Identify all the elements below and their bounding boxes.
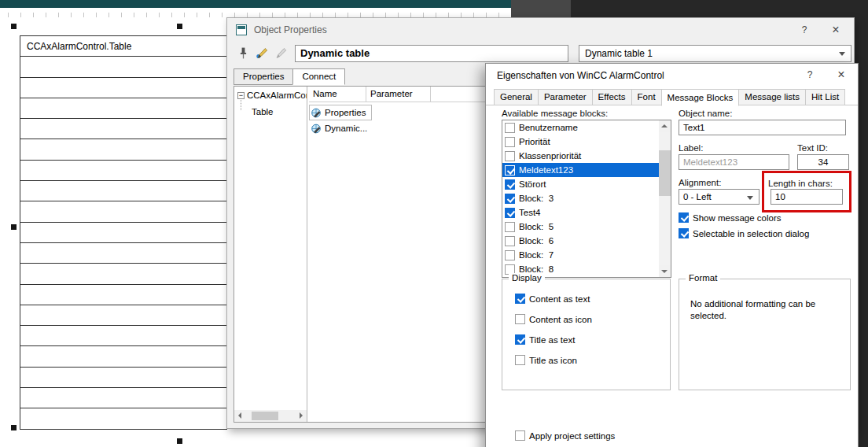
scroll-right-button[interactable] bbox=[295, 410, 307, 422]
object-name-field[interactable]: Text1 bbox=[679, 120, 846, 135]
list-item-properties[interactable]: Properties bbox=[309, 105, 372, 120]
table-row bbox=[20, 368, 227, 388]
selection-handle-top-left[interactable] bbox=[11, 24, 17, 29]
alignment-value: 0 - Left bbox=[683, 192, 712, 201]
tab-message-blocks[interactable]: Message Blocks bbox=[661, 89, 740, 106]
window-icon bbox=[236, 24, 247, 35]
table-title: CCAxAlarmControl.Table bbox=[27, 41, 131, 52]
message-block-label: Block: 5 bbox=[519, 222, 554, 231]
message-block-row[interactable]: Meldetext123 bbox=[502, 163, 659, 177]
checkbox[interactable] bbox=[505, 179, 515, 190]
scroll-up-button[interactable] bbox=[659, 120, 671, 132]
scrollbar-thumb[interactable] bbox=[659, 150, 671, 196]
vertical-scrollbar[interactable] bbox=[659, 120, 671, 277]
dynamize-pencil-icon[interactable] bbox=[256, 46, 269, 60]
selection-handle-middle-left[interactable] bbox=[11, 224, 17, 230]
text-id-field[interactable]: 34 bbox=[797, 154, 849, 170]
selection-handle-bottom-left[interactable] bbox=[11, 425, 17, 430]
tree-node-table[interactable]: Table bbox=[252, 107, 274, 116]
available-blocks-label: Available message blocks: bbox=[502, 109, 608, 118]
checkbox[interactable] bbox=[505, 151, 515, 161]
display-option-content-as-icon[interactable]: Content as icon bbox=[515, 314, 592, 324]
message-block-row[interactable]: Test4 bbox=[502, 205, 659, 220]
tab-hit-list[interactable]: Hit List bbox=[805, 89, 845, 105]
label-field[interactable]: Meldetext123 bbox=[679, 154, 789, 170]
checkbox[interactable] bbox=[515, 355, 525, 365]
checkbox[interactable] bbox=[515, 334, 525, 345]
pin-icon[interactable] bbox=[237, 46, 250, 60]
column-header-parameter[interactable]: Parameter bbox=[366, 87, 431, 102]
list-item-dynamic-[interactable]: Dynamic... bbox=[309, 120, 373, 136]
display-option-content-as-text[interactable]: Content as text bbox=[515, 294, 592, 304]
checkbox[interactable] bbox=[505, 236, 515, 246]
help-button[interactable]: ? bbox=[800, 67, 820, 83]
show-message-colors-checkbox[interactable]: Show message colors bbox=[679, 212, 782, 223]
checkbox[interactable] bbox=[515, 430, 525, 441]
help-button[interactable]: ? bbox=[794, 22, 815, 38]
object-properties-titlebar[interactable]: Object Properties ? × bbox=[227, 18, 854, 42]
selection-handle-bottom-middle[interactable] bbox=[177, 438, 182, 444]
delete-dynamic-pencil-icon[interactable] bbox=[274, 46, 288, 60]
scroll-left-button[interactable] bbox=[234, 410, 246, 422]
checkbox[interactable] bbox=[679, 212, 689, 223]
object-name-input[interactable]: Dynamic table bbox=[295, 45, 568, 62]
length-in-chars-field[interactable]: 10 bbox=[771, 189, 843, 205]
message-block-row[interactable]: Benutzername bbox=[502, 120, 659, 135]
checkbox[interactable] bbox=[505, 123, 515, 133]
selection-handle-top-middle[interactable] bbox=[177, 24, 182, 29]
object-name-label: Object name: bbox=[679, 109, 732, 118]
tab-message-lists[interactable]: Message lists bbox=[738, 89, 806, 105]
desktop-background-segment bbox=[511, 0, 571, 17]
window-title: Object Properties bbox=[254, 24, 327, 35]
tab-properties[interactable]: Properties bbox=[234, 68, 293, 85]
message-block-label: Test4 bbox=[519, 208, 541, 217]
checkbox[interactable] bbox=[515, 294, 525, 304]
message-block-row[interactable]: Block: 7 bbox=[502, 248, 659, 262]
display-option-title-as-text[interactable]: Title as text bbox=[515, 334, 592, 345]
label-label: Label: bbox=[679, 143, 703, 153]
close-icon[interactable]: × bbox=[826, 22, 846, 38]
message-block-label: Priorität bbox=[519, 137, 550, 146]
message-block-label: Block: 6 bbox=[519, 236, 554, 246]
table-row bbox=[20, 78, 227, 98]
message-block-row[interactable]: Störort bbox=[502, 177, 659, 191]
tab-parameter[interactable]: Parameter bbox=[538, 89, 593, 105]
message-block-row[interactable]: Klassenpriorität bbox=[502, 149, 659, 163]
checkbox[interactable] bbox=[505, 194, 515, 204]
message-block-row[interactable]: Block: 3 bbox=[502, 191, 659, 205]
checkbox-label: Content as text bbox=[529, 294, 590, 304]
alarm-control-table[interactable]: CCAxAlarmControl.Table bbox=[20, 35, 227, 430]
tree-root-label: CCAxAlarmControl bbox=[247, 91, 307, 100]
display-option-title-as-icon[interactable]: Title as icon bbox=[515, 355, 592, 365]
list-item-label: Properties bbox=[325, 108, 366, 117]
message-block-row[interactable]: Priorität bbox=[502, 135, 659, 149]
object-selector-dropdown[interactable]: Dynamic table 1 bbox=[579, 45, 851, 62]
checkbox[interactable] bbox=[505, 250, 515, 260]
tab-font[interactable]: Font bbox=[631, 89, 662, 105]
message-blocks-list[interactable]: BenutzernamePrioritätKlassenprioritätMel… bbox=[502, 120, 671, 278]
tab-general[interactable]: General bbox=[494, 89, 539, 105]
close-icon[interactable]: × bbox=[831, 67, 851, 83]
table-row bbox=[20, 408, 227, 429]
checkbox[interactable] bbox=[679, 228, 689, 238]
wincc-alarmcontrol-dialog: Eigenschaften von WinCC AlarmControl ? ×… bbox=[485, 63, 859, 447]
collapse-icon[interactable]: − bbox=[237, 92, 245, 99]
tab-connect[interactable]: Connect bbox=[292, 68, 345, 85]
selectable-in-dialog-checkbox[interactable]: Selectable in selection dialog bbox=[679, 228, 809, 238]
message-block-row[interactable]: Block: 5 bbox=[502, 220, 659, 234]
checkbox[interactable] bbox=[515, 314, 525, 324]
checkbox[interactable] bbox=[505, 208, 515, 218]
checkbox[interactable] bbox=[505, 137, 515, 147]
column-header-name[interactable]: Name bbox=[309, 87, 366, 102]
checkbox[interactable] bbox=[505, 222, 515, 232]
checkbox-label: Show message colors bbox=[693, 213, 782, 223]
message-block-row[interactable]: Block: 6 bbox=[502, 234, 659, 248]
apply-project-settings-checkbox[interactable]: Apply project settings bbox=[515, 430, 615, 441]
checkbox[interactable] bbox=[505, 165, 515, 175]
tab-effects[interactable]: Effects bbox=[592, 89, 632, 105]
scroll-down-button[interactable] bbox=[659, 265, 671, 277]
horizontal-scrollbar[interactable] bbox=[234, 410, 307, 422]
tree-node-root[interactable]: −CCAxAlarmControl bbox=[237, 91, 307, 100]
alignment-dropdown[interactable]: 0 - Left bbox=[679, 189, 760, 205]
scrollbar-thumb[interactable] bbox=[252, 412, 278, 420]
